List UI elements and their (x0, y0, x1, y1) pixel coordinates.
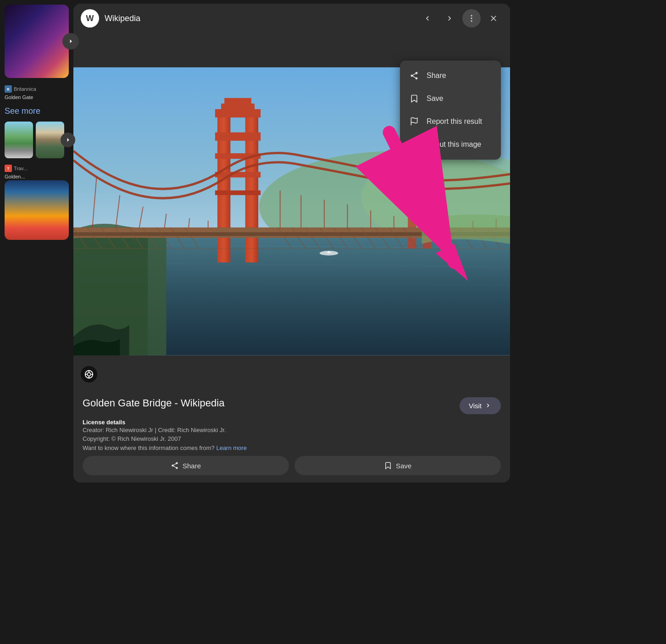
info-panel: Golden Gate Bridge - Wikipedia Visit Lic… (73, 390, 510, 483)
svg-point-2 (471, 20, 472, 22)
context-menu: Share Save Report this result (400, 61, 501, 160)
visit-button[interactable]: Visit (460, 397, 501, 414)
sunset-thumbnail[interactable] (5, 180, 69, 240)
menu-item-save[interactable]: Save (400, 87, 501, 110)
header-controls (418, 9, 503, 28)
google-lens-button[interactable] (81, 366, 97, 383)
image-viewer-header: W Wikipedia (73, 4, 510, 33)
travel-favicon: T (5, 165, 12, 172)
share-icon (409, 71, 419, 81)
image-container: Share Save Report this result (73, 33, 510, 390)
info-actions: Share Save (83, 456, 501, 475)
share-label: Share (427, 72, 446, 80)
info-header-row: Golden Gate Bridge - Wikipedia Visit (83, 397, 501, 414)
travel-source-name: Trav... (14, 166, 28, 171)
britannica-source-name: Britannica (14, 86, 36, 92)
svg-rect-18 (224, 98, 251, 105)
aerial-thumbnail[interactable] (5, 122, 33, 158)
menu-item-share[interactable]: Share (400, 64, 501, 87)
learn-more-text: Want to know where this information come… (83, 444, 501, 453)
thumbnail-row (0, 122, 73, 158)
sidebar-item-sunset (0, 180, 73, 240)
forward-button[interactable] (440, 9, 459, 28)
save-bottom-button[interactable]: Save (294, 456, 501, 475)
image-page-title: Golden Gate Bridge - Wikipedia (83, 397, 224, 409)
menu-item-report[interactable]: Report this result (400, 110, 501, 133)
svg-rect-15 (215, 190, 261, 195)
save-bottom-label: Save (396, 462, 411, 470)
road-thumbnail[interactable] (36, 122, 64, 158)
row-next-arrow[interactable] (61, 133, 75, 147)
main-panel: W Wikipedia (73, 4, 510, 483)
share-bottom-label: Share (183, 462, 201, 470)
bookmark-icon (409, 94, 419, 104)
about-image-label: About this image (427, 140, 481, 149)
license-line1: Creator: Rich Niewiroski Jr | Credit: Ri… (83, 426, 501, 435)
svg-point-68 (87, 372, 90, 376)
next-image-arrow[interactable] (62, 33, 79, 50)
sidebar-item-aurora (0, 5, 73, 78)
travel-source-label: T Trav... (0, 163, 73, 174)
see-more-button[interactable]: See more (0, 103, 73, 120)
svg-rect-14 (215, 172, 261, 178)
menu-item-about[interactable]: About this image (400, 133, 501, 156)
britannica-favicon: B (5, 85, 12, 93)
close-button[interactable] (484, 9, 503, 28)
svg-point-75 (414, 143, 415, 144)
header-title: Wikipedia (105, 14, 413, 23)
back-button[interactable] (418, 9, 437, 28)
share-bottom-button[interactable]: Share (83, 456, 289, 475)
svg-point-0 (471, 15, 472, 17)
travel-image-title: Golden... (0, 174, 73, 180)
svg-rect-12 (215, 133, 261, 141)
learn-more-link[interactable]: Learn more (216, 444, 246, 451)
britannica-image-title: Golden Gate (0, 94, 73, 101)
report-label: Report this result (427, 117, 482, 126)
license-heading: License details (83, 419, 501, 426)
svg-point-1 (471, 17, 472, 19)
britannica-source-label: B Britannica (0, 83, 73, 94)
wikipedia-avatar: W (81, 9, 99, 28)
about-image-icon (409, 139, 419, 150)
more-options-button[interactable] (462, 9, 481, 28)
sidebar: B Britannica Golden Gate See more T Trav… (0, 0, 73, 486)
flag-icon (409, 117, 419, 127)
license-details: License details Creator: Rich Niewiroski… (83, 419, 501, 453)
license-line2: Copyright: © Rich Niewiroski Jr. 2007 (83, 434, 501, 444)
aurora-thumbnail[interactable] (5, 5, 69, 78)
save-label: Save (427, 94, 443, 103)
